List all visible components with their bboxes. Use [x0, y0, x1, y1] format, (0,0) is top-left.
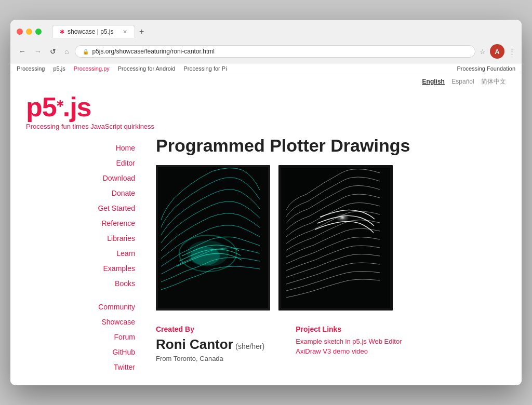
browser-window: ✱ showcase | p5.js ✕ + ← → ↺ ⌂ 🔒 p5js.or…: [10, 20, 522, 385]
tab-bar: ✱ showcase | p5.js ✕ +: [52, 25, 515, 38]
menu-icon[interactable]: ⋮: [509, 48, 515, 56]
topnav-pi[interactable]: Processing for Pi: [183, 65, 227, 72]
sidebar-item-github[interactable]: GitHub: [26, 345, 135, 360]
titlebar: ✱ showcase | p5.js ✕ +: [10, 20, 522, 42]
creator-info: Created By Roni Cantor (she/her) From To…: [156, 325, 264, 362]
creator-section: Created By Roni Cantor (she/her) From To…: [156, 325, 506, 362]
topnav-processingpy[interactable]: Processing.py: [74, 65, 110, 72]
browser-toolbar-right: ☆ A ⋮: [480, 44, 515, 59]
plotter-image-2: [278, 165, 393, 310]
bookmark-icon[interactable]: ☆: [480, 48, 486, 56]
creator-location: From Toronto, Canada: [156, 355, 264, 362]
main-layout: Home Editor Download Donate Get Started …: [10, 130, 522, 385]
topnav-android[interactable]: Processing for Android: [118, 65, 176, 72]
maximize-button[interactable]: [35, 29, 42, 35]
project-link-sketch[interactable]: Example sketch in p5.js Web Editor: [296, 338, 402, 345]
url-text: p5js.org/showcase/featuring/roni-cantor.…: [92, 48, 214, 55]
refresh-button[interactable]: ↺: [48, 46, 58, 57]
topnav-processing[interactable]: Processing: [17, 65, 45, 72]
project-link-video[interactable]: AxiDraw V3 demo video: [296, 347, 402, 355]
tab-close-icon[interactable]: ✕: [123, 29, 127, 35]
main-area: Programmed Plotter Drawings: [145, 130, 522, 385]
logo-js: .js: [63, 92, 91, 122]
project-links: Example sketch in p5.js Web Editor AxiDr…: [296, 338, 402, 355]
lang-espanol[interactable]: Español: [451, 78, 474, 85]
browser-chrome: ✱ showcase | p5.js ✕ + ← → ↺ ⌂ 🔒 p5js.or…: [10, 20, 522, 63]
topnav-p5js[interactable]: p5.js: [53, 65, 65, 72]
top-nav-left: Processing p5.js Processing.py Processin…: [10, 65, 233, 72]
tab-title: showcase | p5.js: [68, 28, 114, 35]
sidebar-item-community[interactable]: Community: [26, 300, 135, 315]
new-tab-button[interactable]: +: [135, 27, 148, 36]
page-title: Programmed Plotter Drawings: [156, 136, 506, 156]
sidebar-item-forum[interactable]: Forum: [26, 330, 135, 345]
logo-p5: p5: [26, 92, 57, 122]
sidebar-item-donate[interactable]: Donate: [26, 186, 135, 201]
forward-button[interactable]: →: [32, 46, 44, 57]
active-tab[interactable]: ✱ showcase | p5.js ✕: [52, 25, 135, 38]
created-by-label: Created By: [156, 325, 264, 333]
tab-favicon-icon: ✱: [60, 29, 64, 35]
project-links-block: Project Links Example sketch in p5.js We…: [296, 325, 402, 362]
sidebar-item-showcase[interactable]: Showcase: [26, 315, 135, 330]
sidebar-item-libraries[interactable]: Libraries: [26, 231, 135, 246]
top-nav-bar: Processing p5.js Processing.py Processin…: [10, 63, 522, 74]
back-button[interactable]: ←: [17, 46, 28, 57]
sidebar-item-twitter[interactable]: Twitter: [26, 360, 135, 375]
user-avatar[interactable]: A: [490, 44, 504, 59]
project-links-label: Project Links: [296, 325, 402, 333]
sidebar-nav: Home Editor Download Donate Get Started …: [26, 141, 135, 375]
creator-name: Roni Cantor: [156, 336, 233, 352]
top-nav-right: Processing Foundation: [450, 65, 522, 72]
artwork-grid: [156, 165, 506, 310]
minimize-button[interactable]: [26, 29, 32, 35]
sidebar-item-download[interactable]: Download: [26, 171, 135, 186]
sidebar-item-editor[interactable]: Editor: [26, 156, 135, 171]
plotter-image-1: [156, 165, 270, 310]
sidebar-item-examples[interactable]: Examples: [26, 261, 135, 276]
processing-foundation-link[interactable]: Processing Foundation: [457, 65, 515, 72]
page-content: English Español 简体中文 p5∗.js Processing f…: [10, 74, 522, 385]
address-bar[interactable]: 🔒 p5js.org/showcase/featuring/roni-canto…: [75, 45, 475, 58]
logo-area: p5∗.js Processing fun times JavaScript q…: [10, 88, 522, 130]
address-bar-row: ← → ↺ ⌂ 🔒 p5js.org/showcase/featuring/ro…: [10, 42, 522, 63]
site-tagline: Processing fun times JavaScript quirkine…: [26, 123, 506, 130]
creator-pronouns: (she/her): [235, 342, 264, 350]
window-controls: [17, 29, 42, 35]
lang-chinese[interactable]: 简体中文: [481, 78, 506, 85]
sidebar-item-reference[interactable]: Reference: [26, 216, 135, 231]
lock-icon: 🔒: [83, 49, 89, 55]
creator-name-block: Roni Cantor (she/her): [156, 336, 264, 353]
language-bar: English Español 简体中文: [10, 74, 522, 88]
svg-rect-0: [156, 165, 270, 310]
svg-rect-5: [278, 165, 393, 310]
sidebar-item-learn[interactable]: Learn: [26, 246, 135, 261]
site-logo[interactable]: p5∗.js: [26, 93, 506, 120]
svg-point-6: [325, 210, 356, 231]
sidebar-item-books[interactable]: Books: [26, 276, 135, 291]
lang-english[interactable]: English: [422, 78, 445, 85]
sidebar: Home Editor Download Donate Get Started …: [10, 130, 145, 385]
sidebar-item-home[interactable]: Home: [26, 141, 135, 156]
sidebar-item-get-started[interactable]: Get Started: [26, 201, 135, 216]
close-button[interactable]: [17, 29, 23, 35]
home-button[interactable]: ⌂: [62, 46, 71, 57]
